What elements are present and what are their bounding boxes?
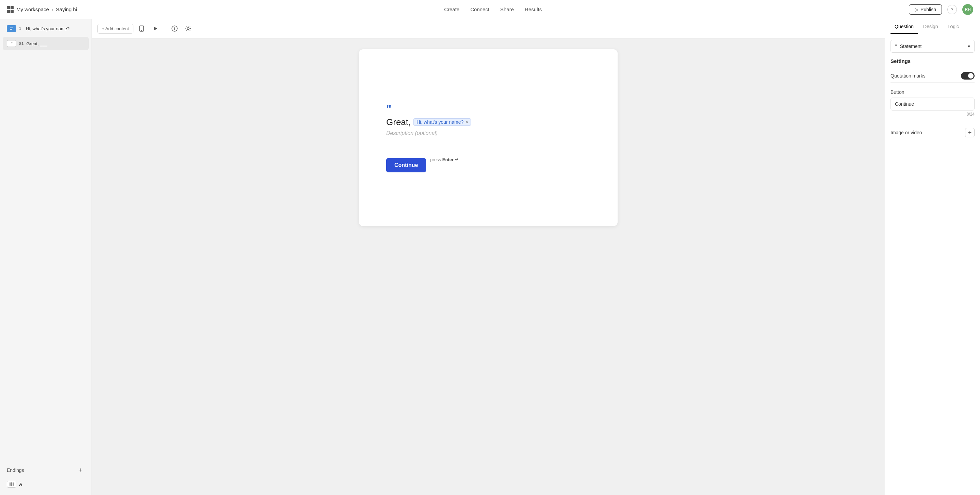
canvas-card: " Great, Hi, what's your name? × Descrip… [359, 49, 617, 226]
question-number: 1 [19, 27, 23, 30]
description-input[interactable]: Description (optional) [386, 130, 590, 136]
workspace-grid-icon [7, 6, 14, 13]
type-dropdown-row: " Statement ▾ [891, 40, 975, 53]
endings-title: Endings [7, 468, 24, 473]
avatar[interactable]: RH [962, 4, 973, 15]
statement-number: S1 [19, 41, 24, 46]
question-label: Hi, what's your name? [26, 26, 85, 31]
panel-body: " Statement ▾ Settings Quotation marks B… [885, 34, 980, 146]
panel-tab-logic[interactable]: Logic [943, 19, 963, 34]
page-title: Saying hi [56, 6, 77, 12]
chip-close-button[interactable]: × [466, 120, 468, 124]
publish-label: Publish [920, 7, 936, 12]
button-label-input[interactable] [891, 98, 975, 111]
canvas-area: + Add content i [92, 19, 885, 495]
add-ending-button[interactable]: + [76, 466, 85, 474]
workspace-link[interactable]: My workspace [16, 6, 49, 12]
info-button[interactable]: i [169, 23, 180, 34]
svg-text:i: i [174, 27, 175, 30]
quotation-marks-label: Quotation marks [891, 73, 926, 79]
panel-tabs: Question Design Logic [885, 19, 980, 34]
help-icon[interactable]: ? [947, 5, 957, 14]
question-type-icon [7, 25, 16, 32]
svg-point-8 [187, 27, 189, 30]
variable-chip[interactable]: Hi, what's your name? × [414, 118, 471, 126]
svg-rect-1 [11, 482, 12, 486]
statement-type-icon: " [7, 40, 16, 47]
image-video-row: Image or video + [891, 125, 975, 140]
settings-title: Settings [891, 58, 975, 64]
nav-center-tabs: Create Connect Share Results [444, 5, 542, 14]
right-panel: Question Design Logic " Statement ▾ Sett… [885, 19, 980, 495]
tab-create[interactable]: Create [444, 5, 460, 14]
tab-share[interactable]: Share [500, 5, 514, 14]
svg-point-4 [141, 30, 142, 31]
button-section-label: Button [891, 89, 975, 95]
button-section: Button 8/24 [891, 89, 975, 117]
dropdown-quote-icon: " [895, 43, 897, 49]
ending-icon [7, 481, 16, 487]
toolbar-divider [165, 24, 165, 33]
ending-item-a[interactable]: A [3, 478, 89, 491]
settings-button[interactable] [183, 23, 194, 34]
nav-left: My workspace › Saying hi [7, 6, 77, 13]
tab-results[interactable]: Results [525, 5, 542, 14]
main-layout: 1 Hi, what's your name? " S1 Great, ___ … [0, 19, 980, 495]
svg-rect-2 [13, 482, 14, 486]
add-content-button[interactable]: + Add content [97, 24, 134, 34]
top-nav: My workspace › Saying hi Create Connect … [0, 0, 980, 19]
endings-header: Endings + [3, 465, 89, 478]
continue-button[interactable]: Continue [386, 158, 426, 172]
statement-label: Great, ___ [26, 41, 85, 46]
add-image-video-button[interactable]: + [965, 128, 975, 137]
play-preview-button[interactable] [150, 23, 161, 34]
publish-button[interactable]: ▷ Publish [909, 5, 942, 14]
chevron-down-icon: ▾ [968, 43, 970, 49]
quotation-marks-row: Quotation marks [891, 69, 975, 82]
sidebar-endings: Endings + A [0, 460, 92, 495]
breadcrumb-separator: › [52, 7, 53, 12]
play-icon: ▷ [915, 7, 918, 12]
panel-tab-question[interactable]: Question [891, 19, 918, 34]
svg-marker-5 [154, 27, 157, 30]
char-count: 8/24 [891, 112, 975, 117]
sidebar-questions: 1 Hi, what's your name? " S1 Great, ___ [0, 19, 92, 460]
tab-connect[interactable]: Connect [470, 5, 489, 14]
ending-label: A [19, 482, 22, 487]
sidebar-item-s1[interactable]: " S1 Great, ___ [3, 37, 89, 50]
settings-section: Settings Quotation marks [891, 58, 975, 82]
quote-decoration: " [386, 103, 590, 114]
quotation-marks-toggle[interactable] [961, 72, 975, 79]
canvas-content: " Great, Hi, what's your name? × Descrip… [386, 70, 590, 206]
sidebar: 1 Hi, what's your name? " S1 Great, ___ … [0, 19, 92, 495]
nav-right: ▷ Publish ? RH [909, 4, 973, 15]
image-video-label: Image or video [891, 130, 922, 135]
canvas-scroll[interactable]: " Great, Hi, what's your name? × Descrip… [92, 38, 885, 495]
svg-rect-0 [10, 482, 11, 486]
type-dropdown[interactable]: " Statement ▾ [891, 40, 975, 53]
sidebar-item-q1[interactable]: 1 Hi, what's your name? [3, 22, 89, 35]
canvas-toolbar: + Add content i [92, 19, 885, 38]
mobile-preview-button[interactable] [136, 23, 147, 34]
statement-text-line: Great, Hi, what's your name? × [386, 117, 590, 127]
panel-divider [891, 121, 975, 121]
press-enter-hint: press Enter ↵ [430, 157, 458, 162]
panel-tab-design[interactable]: Design [919, 19, 942, 34]
